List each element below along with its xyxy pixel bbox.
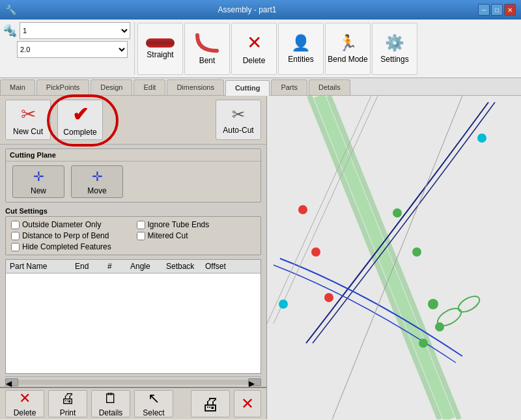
hide-completed-label: Hide Completed Features (22, 242, 111, 251)
svg-point-13 (412, 247, 421, 257)
svg-point-11 (324, 293, 333, 302)
bend-mode-icon: 🏃 (338, 34, 358, 52)
cut-settings-content: Outside Diameter Only Ignore Tube Ends D… (5, 216, 261, 255)
bottom-delete-button[interactable]: ✕ Delete (5, 390, 44, 417)
viewport (267, 96, 521, 419)
hide-completed-row: Hide Completed Features (11, 242, 130, 251)
outside-dia-label: Outside Diameter Only (22, 220, 101, 229)
title-bar-controls: ─ □ ✕ (478, 4, 516, 16)
plane-new-icon: ✛ (33, 169, 44, 184)
bottom-select-icon: ↖ (148, 390, 160, 407)
col-angle: Angle (129, 261, 165, 272)
title-bar: 🔧 Assembly - part1 ─ □ ✕ (0, 0, 521, 20)
cutting-plane-new-button[interactable]: ✛ New (12, 165, 64, 198)
bend-mode-button[interactable]: 🏃 Bend Mode (325, 23, 371, 75)
bent-button[interactable]: Bent (184, 23, 230, 75)
svg-point-9 (298, 205, 307, 214)
bottom-delete-label: Delete (14, 408, 36, 417)
bent-icon (195, 33, 219, 53)
cutting-plane-content: ✛ New ✛ Move (6, 161, 260, 202)
hide-completed-checkbox[interactable] (11, 243, 20, 251)
cutting-plane-section: Cutting Plane ✛ New ✛ Move (5, 148, 261, 203)
settings-button[interactable]: ⚙️ Settings (372, 23, 417, 75)
title-bar-left: 🔧 (5, 5, 16, 15)
bottom-details-button[interactable]: 🗒 Details (91, 390, 130, 417)
delete-button[interactable]: ✕ Delete (231, 23, 277, 75)
complete-icon: ✔ (72, 103, 89, 126)
ignore-tube-checkbox[interactable] (137, 221, 145, 229)
col-offset: Offset (204, 261, 240, 272)
outside-dia-checkbox[interactable] (11, 221, 20, 229)
col-setback: Setback (165, 261, 204, 272)
svg-point-15 (435, 322, 444, 331)
bottom-details-label: Details (99, 408, 123, 417)
plane-move-label: Move (87, 186, 106, 195)
mitered-checkbox[interactable] (137, 232, 145, 240)
straight-icon (146, 38, 175, 48)
new-cut-button[interactable]: ✂ New Cut (5, 100, 51, 140)
plane-new-label: New (31, 186, 46, 195)
straight-button[interactable]: Straight (137, 23, 183, 75)
tab-design[interactable]: Design (91, 79, 132, 95)
svg-point-7 (279, 300, 288, 309)
tab-parts[interactable]: Parts (271, 79, 307, 95)
tab-cutting[interactable]: Cutting (225, 80, 270, 96)
entities-button[interactable]: 👤 Entities (278, 23, 324, 75)
toolbar-buttons: Straight Bent ✕ Delete 👤 Entities 🏃 Bend… (137, 22, 518, 75)
col-part-name: Part Name (8, 261, 74, 272)
ignore-tube-row: Ignore Tube Ends (137, 220, 256, 229)
new-cut-icon: ✂ (21, 104, 36, 125)
dropdown-2[interactable]: 1.02.03.0 (17, 41, 128, 58)
tab-details[interactable]: Details (309, 79, 350, 95)
horizontal-scrollbar[interactable]: ◀ ▶ (5, 376, 261, 387)
dist-perp-label: Distance to Perp of Bend (22, 231, 109, 240)
tab-dimensions[interactable]: Dimensions (167, 79, 223, 95)
settings-icon: ⚙️ (385, 34, 404, 52)
tab-main[interactable]: Main (0, 79, 35, 95)
col-end: End (74, 261, 106, 272)
cut-settings-section: Cut Settings Outside Diameter Only Ignor… (5, 205, 261, 255)
col-num: # (106, 261, 129, 272)
svg-point-10 (311, 247, 320, 257)
tab-pickpoints[interactable]: PickPoints (36, 79, 89, 95)
close-button[interactable]: ✕ (504, 4, 516, 16)
entities-label: Entities (288, 55, 313, 64)
cutting-plane-move-button[interactable]: ✛ Move (71, 165, 123, 198)
settings-label: Settings (380, 55, 408, 64)
cut-settings-title: Cut Settings (5, 205, 261, 216)
maximize-button[interactable]: □ (491, 4, 503, 16)
table-body (6, 273, 260, 371)
scroll-track[interactable] (18, 380, 248, 385)
bottom-x-large-button[interactable]: ✕ (234, 390, 261, 417)
svg-point-14 (428, 299, 438, 309)
tab-edit[interactable]: Edit (134, 79, 165, 95)
toolbar-left: 🔩 123 1.02.03.0 (3, 22, 135, 75)
dist-perp-checkbox[interactable] (11, 232, 20, 240)
app-icon: 🔧 (5, 5, 16, 15)
scroll-left-button[interactable]: ◀ (5, 378, 18, 386)
main-content: ✂ New Cut ✔ Complete ✂ Auto-Cut Cutting … (0, 96, 521, 419)
bottom-print-button[interactable]: 🖨 Print (48, 390, 87, 417)
toolbar-logo: 🔩 (3, 23, 17, 38)
complete-button[interactable]: ✔ Complete (57, 100, 103, 140)
window-title: Assembly - part1 (16, 5, 478, 14)
table-area[interactable]: Part Name End # Angle Setback Offset (5, 259, 261, 374)
mitered-label: Mitered Cut (148, 231, 188, 240)
plane-move-icon: ✛ (92, 169, 103, 184)
bottom-print-large-button[interactable]: 🖨 (191, 390, 230, 417)
dist-perp-row: Distance to Perp of Bend (11, 231, 130, 240)
tab-bar: Main PickPoints Design Edit Dimensions C… (0, 78, 521, 96)
bottom-select-button[interactable]: ↖ Select (134, 390, 173, 417)
main-toolbar: 🔩 123 1.02.03.0 Straight Bent (0, 20, 521, 78)
dropdown-1[interactable]: 123 (20, 22, 130, 39)
delete-icon: ✕ (247, 32, 262, 53)
scroll-right-button[interactable]: ▶ (248, 378, 261, 386)
bottom-print-icon: 🖨 (61, 390, 75, 407)
table-header: Part Name End # Angle Setback Offset (6, 260, 260, 273)
svg-point-8 (477, 133, 486, 143)
table-container: Part Name End # Angle Setback Offset (5, 259, 261, 374)
auto-cut-button[interactable]: ✂ Auto-Cut (216, 100, 261, 140)
svg-point-12 (393, 208, 402, 217)
cutting-toolbar: ✂ New Cut ✔ Complete ✂ Auto-Cut (0, 96, 266, 145)
minimize-button[interactable]: ─ (478, 4, 490, 16)
